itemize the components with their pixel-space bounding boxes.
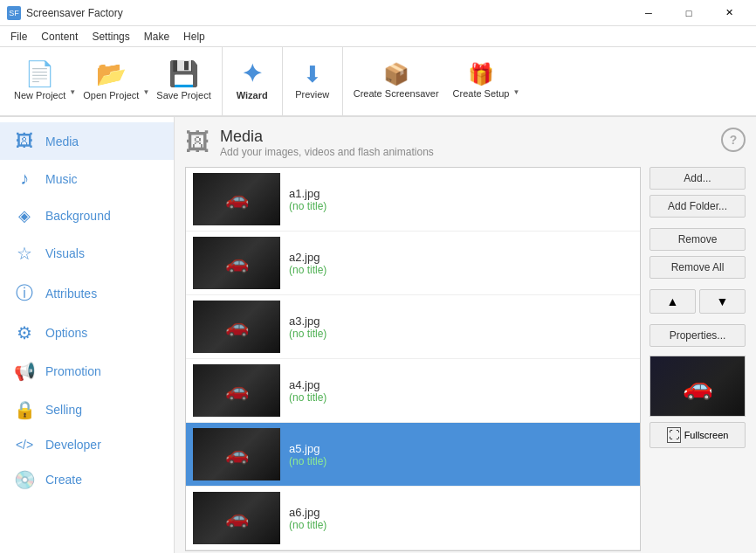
save-project-button[interactable]: 💾 Save Project xyxy=(149,51,217,112)
content-title: Media xyxy=(220,128,434,146)
media-item-a1[interactable]: a1.jpg (no title) xyxy=(186,168,640,232)
media-item-filename-a1: a1.jpg xyxy=(289,187,633,200)
media-item-info-a5: a5.jpg (no title) xyxy=(289,442,633,467)
save-project-icon: 💾 xyxy=(168,62,199,86)
media-panel: a1.jpg (no title) a2.jpg (no title) xyxy=(185,167,746,551)
right-panel: Add... Add Folder... Remove Remove All ▲… xyxy=(649,167,746,551)
sidebar-item-music[interactable]: ♪ Music xyxy=(0,160,174,197)
create-screensaver-button[interactable]: 📦 Create Screensaver xyxy=(347,51,446,112)
title-bar-left: SF Screensaver Factory xyxy=(7,6,123,20)
properties-button[interactable]: Properties... xyxy=(649,324,746,347)
sidebar-item-background[interactable]: ◈ Background xyxy=(0,197,174,234)
sidebar-item-selling[interactable]: 🔒 Selling xyxy=(0,391,174,429)
sidebar-item-visuals[interactable]: ☆ Visuals xyxy=(0,234,174,273)
music-icon: ♪ xyxy=(14,169,35,189)
menu-file[interactable]: File xyxy=(3,29,34,45)
open-project-split: 📂 Open Project ▼ xyxy=(76,51,149,112)
fullscreen-button[interactable]: ⛶ Fullscreen xyxy=(649,422,746,448)
media-item-a5[interactable]: a5.jpg (no title) xyxy=(186,423,640,487)
thumb-car-a6 xyxy=(193,492,280,544)
media-item-a6[interactable]: a6.jpg (no title) xyxy=(186,487,640,550)
sidebar-item-promotion[interactable]: 📢 Promotion xyxy=(0,352,174,391)
preview-box: 🚗 xyxy=(649,356,746,417)
wizard-label: Wizard xyxy=(237,90,268,100)
add-folder-button[interactable]: Add Folder... xyxy=(649,195,746,218)
sidebar-item-attributes[interactable]: ⓘ Attributes xyxy=(0,273,174,314)
move-down-button[interactable]: ▼ xyxy=(699,289,746,314)
preview-button[interactable]: ⬇ Preview xyxy=(286,51,339,112)
wizard-icon: ✦ xyxy=(242,62,262,86)
sidebar-music-label: Music xyxy=(45,172,78,186)
sidebar-item-options[interactable]: ⚙ Options xyxy=(0,314,174,352)
media-item-title-a6: (no title) xyxy=(289,519,633,531)
new-project-button[interactable]: 📄 New Project xyxy=(7,51,72,112)
toolbar-group-file: 📄 New Project ▼ 📂 Open Project ▼ 💾 Save … xyxy=(3,47,223,115)
menu-help[interactable]: Help xyxy=(176,29,212,45)
sidebar-item-media[interactable]: 🖼 Media xyxy=(0,122,174,160)
media-item-info-a2: a2.jpg (no title) xyxy=(289,251,633,276)
move-up-button[interactable]: ▲ xyxy=(649,289,696,314)
open-project-label: Open Project xyxy=(83,90,139,100)
sidebar-create-label: Create xyxy=(45,473,82,487)
create-setup-button[interactable]: 🎁 Create Setup xyxy=(446,51,517,112)
sidebar-item-developer[interactable]: </> Developer xyxy=(0,429,174,460)
media-item-title-a2: (no title) xyxy=(289,264,633,276)
media-thumbnail-a2 xyxy=(193,237,280,289)
close-button[interactable]: ✕ xyxy=(709,0,749,26)
new-project-arrow[interactable]: ▼ xyxy=(69,88,76,112)
create-screensaver-icon: 📦 xyxy=(383,64,409,85)
media-item-a2[interactable]: a2.jpg (no title) xyxy=(186,232,640,295)
maximize-button[interactable]: □ xyxy=(669,0,709,26)
media-item-a3[interactable]: a3.jpg (no title) xyxy=(186,295,640,359)
sidebar-media-label: Media xyxy=(45,135,79,149)
add-button[interactable]: Add... xyxy=(649,167,746,190)
app-title: Screensaver Factory xyxy=(26,7,123,19)
open-project-arrow[interactable]: ▼ xyxy=(142,88,149,112)
remove-all-button[interactable]: Remove All xyxy=(649,256,746,279)
content-header-text: Media Add your images, videos and flash … xyxy=(220,128,434,158)
thumb-car-a1 xyxy=(193,173,280,225)
toolbar-group-wizard: ✦ Wizard xyxy=(223,47,283,115)
sidebar-promotion-label: Promotion xyxy=(45,364,101,378)
media-item-filename-a2: a2.jpg xyxy=(289,251,633,264)
help-button[interactable]: ? xyxy=(721,128,746,152)
menu-settings[interactable]: Settings xyxy=(85,29,136,45)
media-item-title-a5: (no title) xyxy=(289,455,633,467)
content-media-icon: 🖼 xyxy=(185,128,210,156)
preview-icon: ⬇ xyxy=(303,63,322,86)
media-thumbnail-a5 xyxy=(193,428,280,480)
media-item-title-a4: (no title) xyxy=(289,391,633,404)
sidebar: 🖼 Media ♪ Music ◈ Background ☆ Visuals ⓘ… xyxy=(0,117,175,553)
toolbar-group-create: 📦 Create Screensaver 🎁 Create Setup ▼ xyxy=(343,47,524,115)
content-subtitle: Add your images, videos and flash animat… xyxy=(220,146,434,158)
media-list[interactable]: a1.jpg (no title) a2.jpg (no title) xyxy=(185,167,641,551)
title-bar: SF Screensaver Factory ─ □ ✕ xyxy=(0,0,756,26)
promotion-icon: 📢 xyxy=(14,361,35,382)
save-project-label: Save Project xyxy=(156,90,210,100)
visuals-icon: ☆ xyxy=(14,243,35,264)
flex-spacer xyxy=(649,453,746,551)
sidebar-developer-label: Developer xyxy=(45,438,101,452)
media-thumbnail-a4 xyxy=(193,364,280,417)
wizard-button[interactable]: ✦ Wizard xyxy=(226,51,278,112)
sidebar-options-label: Options xyxy=(45,326,87,340)
open-project-button[interactable]: 📂 Open Project xyxy=(76,51,146,112)
selling-icon: 🔒 xyxy=(14,399,35,420)
create-screensaver-label: Create Screensaver xyxy=(354,88,439,99)
media-item-a4[interactable]: a4.jpg (no title) xyxy=(186,359,640,423)
create-setup-arrow[interactable]: ▼ xyxy=(512,88,519,112)
fullscreen-icon: ⛶ xyxy=(667,427,681,443)
content-header: 🖼 Media Add your images, videos and flas… xyxy=(185,128,746,158)
remove-button[interactable]: Remove xyxy=(649,228,746,251)
menu-make[interactable]: Make xyxy=(137,29,176,45)
media-item-filename-a4: a4.jpg xyxy=(289,378,633,391)
sidebar-item-create[interactable]: 💿 Create xyxy=(0,460,174,499)
new-project-icon: 📄 xyxy=(24,62,55,86)
media-icon: 🖼 xyxy=(14,131,35,151)
media-thumbnail-a3 xyxy=(193,301,280,353)
new-project-split: 📄 New Project ▼ xyxy=(7,51,76,112)
title-bar-controls: ─ □ ✕ xyxy=(629,0,749,26)
media-thumbnail-a6 xyxy=(193,492,280,544)
menu-content[interactable]: Content xyxy=(34,29,85,45)
minimize-button[interactable]: ─ xyxy=(629,0,669,26)
